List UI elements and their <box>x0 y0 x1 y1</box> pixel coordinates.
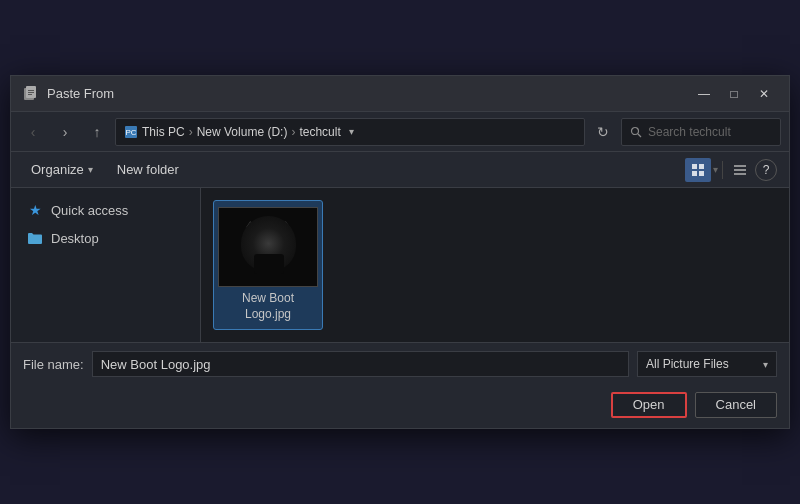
maximize-button[interactable]: □ <box>721 84 747 104</box>
star-icon: ★ <box>27 202 43 218</box>
help-button[interactable]: ? <box>755 159 777 181</box>
title-bar: Paste From — □ ✕ <box>11 76 789 112</box>
thumbnail-svg <box>219 207 317 287</box>
svg-rect-12 <box>699 171 704 176</box>
list-view-icon <box>733 163 747 177</box>
thumbnail-view-button[interactable] <box>685 158 711 182</box>
svg-point-20 <box>271 228 281 240</box>
file-type-dropdown-icon: ▾ <box>763 359 768 370</box>
location-icon: PC <box>124 125 138 139</box>
thumbnail-view-icon <box>691 163 705 177</box>
svg-rect-3 <box>28 92 34 93</box>
search-icon <box>630 126 642 138</box>
file-area[interactable]: New Boot Logo.jpg <box>201 188 789 341</box>
svg-rect-14 <box>734 169 746 171</box>
cancel-button[interactable]: Cancel <box>695 392 777 418</box>
svg-text:PC: PC <box>125 128 136 137</box>
file-name-label: New Boot Logo.jpg <box>242 291 294 322</box>
view-options: ▾ ? <box>685 158 777 182</box>
svg-rect-9 <box>692 164 697 169</box>
list-view-button[interactable] <box>727 158 753 182</box>
refresh-button[interactable]: ↻ <box>589 118 617 146</box>
sidebar-item-desktop[interactable]: Desktop <box>11 224 200 252</box>
up-button[interactable]: ↑ <box>83 118 111 146</box>
svg-rect-11 <box>692 171 697 176</box>
svg-point-18 <box>248 220 287 255</box>
search-bar[interactable]: Search techcult <box>621 118 781 146</box>
organize-dropdown-icon: ▾ <box>88 164 93 175</box>
open-button[interactable]: Open <box>611 392 687 418</box>
back-button[interactable]: ‹ <box>19 118 47 146</box>
quick-access-label: Quick access <box>51 203 128 218</box>
title-text: Paste From <box>47 86 691 101</box>
search-placeholder: Search techcult <box>648 125 731 139</box>
window-controls: — □ ✕ <box>691 84 777 104</box>
main-area: ★ Quick access Desktop <box>11 188 789 341</box>
forward-button[interactable]: › <box>51 118 79 146</box>
breadcrumb[interactable]: PC This PC › New Volume (D:) › techcult … <box>115 118 585 146</box>
breadcrumb-sep2: › <box>291 125 295 139</box>
title-icon <box>23 86 39 102</box>
svg-rect-15 <box>734 173 746 175</box>
sidebar-item-quick-access[interactable]: ★ Quick access <box>11 196 200 224</box>
breadcrumb-dropdown-icon: ▾ <box>349 126 354 137</box>
svg-rect-10 <box>699 164 704 169</box>
dialog-window: Paste From — □ ✕ ‹ › ↑ PC This PC › New … <box>10 75 790 428</box>
breadcrumb-volume: New Volume (D:) <box>197 125 288 139</box>
view-dropdown-icon: ▾ <box>713 164 718 175</box>
svg-rect-16 <box>219 208 317 286</box>
svg-rect-4 <box>28 94 32 95</box>
list-item[interactable]: New Boot Logo.jpg <box>213 200 323 329</box>
minimize-button[interactable]: — <box>691 84 717 104</box>
svg-point-7 <box>632 127 639 134</box>
file-type-dropdown[interactable]: All Picture Files ▾ <box>637 351 777 377</box>
breadcrumb-thispc: This PC <box>142 125 185 139</box>
folder-icon <box>27 230 43 246</box>
file-name-field-label: File name: <box>23 357 84 372</box>
svg-point-17 <box>244 218 291 261</box>
bottom-bar: File name: All Picture Files ▾ <box>11 342 789 386</box>
thumbnail-image <box>219 208 317 286</box>
svg-line-8 <box>638 134 641 137</box>
new-folder-button[interactable]: New folder <box>109 159 187 180</box>
nav-bar: ‹ › ↑ PC This PC › New Volume (D:) › tec… <box>11 112 789 152</box>
sidebar: ★ Quick access Desktop <box>11 188 201 341</box>
svg-point-19 <box>255 228 265 240</box>
toolbar: Organize ▾ New folder ▾ <box>11 152 789 188</box>
file-name-input[interactable] <box>92 351 629 377</box>
breadcrumb-folder: techcult <box>299 125 340 139</box>
svg-rect-13 <box>734 165 746 167</box>
file-thumbnail <box>218 207 318 287</box>
desktop-label: Desktop <box>51 231 99 246</box>
breadcrumb-sep1: › <box>189 125 193 139</box>
close-button[interactable]: ✕ <box>751 84 777 104</box>
svg-rect-2 <box>28 90 34 91</box>
svg-rect-21 <box>258 247 278 255</box>
toolbar-divider <box>722 161 723 179</box>
action-row: Open Cancel <box>11 386 789 428</box>
organize-button[interactable]: Organize ▾ <box>23 159 101 180</box>
